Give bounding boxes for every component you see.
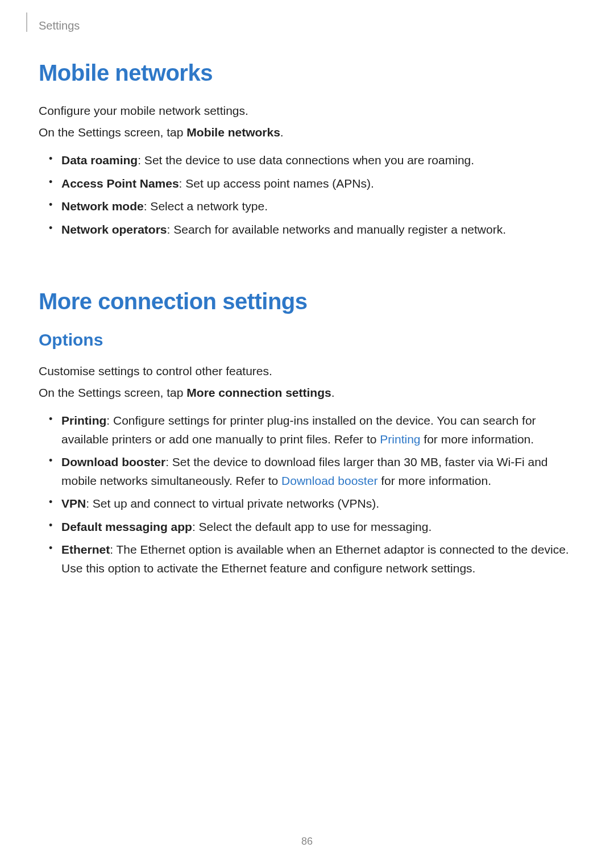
list-item-vpn: VPN: Set up and connect to virtual priva… (61, 495, 575, 513)
desc: : Set the device to use data connections… (138, 153, 474, 167)
term: Ethernet (61, 543, 110, 556)
mobile-networks-intro-2: On the Settings screen, tap Mobile netwo… (39, 123, 575, 142)
heading-mobile-networks: Mobile networks (39, 60, 575, 86)
text: On the Settings screen, tap (39, 126, 186, 139)
term: Download booster (61, 455, 165, 468)
list-item-printing: Printing: Configure settings for printer… (61, 412, 575, 448)
page-content: Mobile networks Configure your mobile ne… (39, 60, 575, 604)
list-item: Access Point Names: Set up access point … (61, 175, 575, 193)
desc: : Select a network type. (144, 200, 268, 213)
list-item: Network mode: Select a network type. (61, 197, 575, 216)
more-connection-list: Printing: Configure settings for printer… (39, 412, 575, 578)
term: VPN (61, 497, 86, 510)
text: On the Settings screen, tap (39, 386, 186, 399)
mobile-networks-intro-1: Configure your mobile network settings. (39, 102, 575, 120)
list-item-download-booster: Download booster: Set the device to down… (61, 453, 575, 490)
list-item-ethernet: Ethernet: The Ethernet option is availab… (61, 541, 575, 578)
bold-text: Mobile networks (186, 126, 280, 139)
mobile-networks-list: Data roaming: Set the device to use data… (39, 151, 575, 239)
desc: : Set up and connect to virtual private … (86, 497, 379, 510)
bold-text: More connection settings (186, 386, 331, 399)
term: Default messaging app (61, 520, 192, 533)
desc: for more information. (377, 474, 491, 487)
term: Printing (61, 414, 106, 427)
link-download-booster[interactable]: Download booster (281, 474, 377, 487)
list-item-default-messaging: Default messaging app: Select the defaul… (61, 518, 575, 537)
desc: : Select the default app to use for mess… (192, 520, 432, 533)
desc: : Set up access point names (APNs). (179, 177, 374, 190)
subheading-options: Options (39, 330, 575, 350)
term: Network operators (61, 223, 167, 236)
term: Access Point Names (61, 177, 179, 190)
header-tab-mark (26, 13, 27, 32)
page-number: 86 (0, 836, 614, 848)
header-section-label: Settings (39, 19, 80, 32)
term: Data roaming (61, 153, 138, 167)
more-connection-intro-1: Customise settings to control other feat… (39, 362, 575, 380)
heading-more-connection-settings: More connection settings (39, 289, 575, 314)
desc: : The Ethernet option is available when … (61, 543, 569, 575)
desc: : Search for available networks and manu… (167, 223, 506, 236)
list-item: Data roaming: Set the device to use data… (61, 151, 575, 170)
text: . (331, 386, 335, 399)
text: . (280, 126, 284, 139)
term: Network mode (61, 200, 144, 213)
more-connection-intro-2: On the Settings screen, tap More connect… (39, 384, 575, 402)
list-item: Network operators: Search for available … (61, 221, 575, 239)
link-printing[interactable]: Printing (380, 433, 420, 446)
desc: for more information. (421, 433, 534, 446)
